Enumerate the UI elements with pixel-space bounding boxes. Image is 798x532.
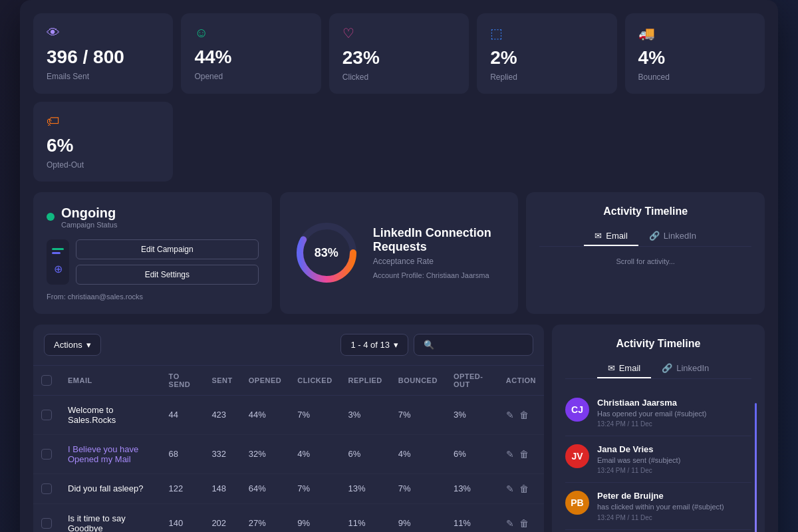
- email-tab-text: Email: [619, 363, 641, 373]
- app-container: 👁 396 / 800 Emails Sent ☺ 44% Opened ♡ 2…: [20, 0, 778, 532]
- row-opened-0: 44%: [241, 395, 289, 434]
- row-checkbox-2[interactable]: [41, 483, 52, 494]
- row-to-send-2: 122: [161, 473, 204, 503]
- row-sent-0: 423: [203, 395, 240, 434]
- row-actions-3: ✎ 🗑: [498, 503, 544, 532]
- avatar-0: CJ: [565, 398, 589, 422]
- pagination-chevron-icon: ▾: [394, 340, 398, 350]
- email-tab-label: Email: [606, 231, 628, 241]
- trash-icon-0[interactable]: 🗑: [519, 410, 529, 420]
- row-clicked-1: 4%: [289, 434, 340, 473]
- th-sent: SENT: [203, 366, 240, 396]
- action-icons-2: ✎ 🗑: [506, 483, 536, 494]
- row-email-3: Is it time to say Goodbye: [60, 503, 161, 532]
- th-opted-out: OPTED-OUT: [446, 366, 498, 396]
- emails-table: EMAIL TO SEND SENT OPENED CLICKED REPLIE…: [33, 366, 544, 532]
- replied-label: Replied: [490, 72, 517, 82]
- activity-desc-2: has clicked within your email (#subject): [597, 502, 751, 512]
- tab-linkedin[interactable]: 🔗 LinkedIn: [638, 227, 707, 246]
- pagination-label: 1 - 4 of 13: [350, 340, 390, 350]
- stat-clicked: ♡ 23% Clicked: [329, 13, 469, 94]
- pagination-control[interactable]: 1 - 4 of 13 ▾: [340, 334, 408, 356]
- tab-linkedin-panel[interactable]: 🔗 LinkedIn: [651, 359, 720, 378]
- edit-icon-2[interactable]: ✎: [506, 483, 514, 494]
- campaign-subtitle: Campaign Status: [61, 221, 117, 229]
- edit-icon-1[interactable]: ✎: [506, 449, 514, 460]
- activity-desc-0: Has opened your email (#subject): [597, 409, 751, 419]
- row-opted-out-3: 11%: [446, 503, 498, 532]
- clicked-value: 23%: [342, 48, 380, 68]
- trash-icon-3[interactable]: 🗑: [519, 518, 529, 529]
- bounced-label: Bounced: [638, 72, 670, 82]
- th-clicked: CLICKED: [289, 366, 340, 396]
- main-area: Actions ▾ 1 - 4 of 13 ▾ 🔍: [33, 325, 765, 532]
- edit-settings-button[interactable]: Edit Settings: [76, 265, 259, 285]
- eye-icon: 👁: [47, 25, 60, 41]
- reply-icon: ⬚: [490, 25, 503, 41]
- row-checkbox-1: [33, 434, 60, 473]
- row-to-send-0: 44: [161, 395, 204, 434]
- trash-icon-2[interactable]: 🗑: [519, 483, 529, 494]
- row-clicked-3: 9%: [289, 503, 340, 532]
- search-icon: 🔍: [424, 340, 434, 350]
- linkedin-tab-text: LinkedIn: [676, 363, 709, 373]
- row-email-1: I Believe you have Opened my Mail: [60, 434, 161, 473]
- search-box[interactable]: 🔍: [414, 334, 533, 356]
- linkedin-tab-label: LinkedIn: [664, 231, 696, 241]
- activity-item-2: PB Peter de Bruijne has clicked within y…: [565, 483, 751, 529]
- timeline-preview: Scroll for activity...: [539, 257, 751, 265]
- activity-time-1: 13:24 PM / 11 Dec: [597, 467, 751, 474]
- th-to-send: TO SEND: [161, 366, 204, 396]
- tab-email-panel[interactable]: ✉ Email: [597, 359, 652, 378]
- activity-panel: Activity Timeline ✉ Email 🔗 LinkedIn CJ …: [552, 325, 765, 532]
- avatar-2: PB: [565, 491, 589, 515]
- emails-sent-label: Emails Sent: [47, 72, 89, 81]
- email-name-0: Welcome to Sales.Rocks: [68, 405, 116, 425]
- linkedin-tab-icon: 🔗: [649, 231, 660, 241]
- th-checkbox: [33, 366, 60, 396]
- row-clicked-0: 7%: [289, 395, 340, 434]
- row-opened-2: 64%: [241, 473, 289, 503]
- email-name-1: I Believe you have Opened my Mail: [68, 444, 138, 464]
- row-opened-3: 27%: [241, 503, 289, 532]
- bar-chart-icon: [52, 248, 64, 257]
- badge-icon: 🏷: [47, 114, 60, 129]
- row-to-send-3: 140: [161, 503, 204, 532]
- donut-chart: 83%: [293, 219, 360, 286]
- row-bounced-2: 7%: [390, 473, 446, 503]
- activity-name-2: Peter de Bruijne: [597, 491, 751, 501]
- row-checkbox-1[interactable]: [41, 449, 52, 460]
- row-checkbox-0: [33, 395, 60, 434]
- replied-value: 2%: [490, 48, 517, 68]
- table-toolbar: Actions ▾ 1 - 4 of 13 ▾ 🔍: [33, 325, 544, 366]
- activity-item-1: JV Jana De Vries Email was sent (#subjec…: [565, 436, 751, 483]
- opted-out-label: Opted-Out: [47, 160, 84, 170]
- table-row: Is it time to say Goodbye 140 202 27% 9%…: [33, 503, 544, 532]
- actions-label: Actions: [54, 340, 82, 350]
- linkedin-icon: 🔗: [662, 363, 672, 373]
- th-bounced: BOUNCED: [390, 366, 446, 396]
- select-all-checkbox[interactable]: [41, 375, 52, 386]
- trash-icon-1[interactable]: 🗑: [519, 449, 529, 460]
- row-replied-3: 11%: [340, 503, 390, 532]
- add-circle-icon: ⊕: [54, 263, 63, 275]
- activity-time-2: 13:24 PM / 11 Dec: [597, 514, 751, 521]
- actions-chevron-icon: ▾: [86, 340, 91, 350]
- activity-item-0: CJ Christiaan Jaarsma Has opened your em…: [565, 390, 751, 436]
- row-checkbox-3[interactable]: [41, 518, 52, 529]
- edit-icon-3[interactable]: ✎: [506, 518, 514, 529]
- activity-timeline-top: Activity Timeline ✉ Email 🔗 LinkedIn Scr…: [526, 192, 765, 314]
- edit-icon-0[interactable]: ✎: [506, 410, 514, 420]
- table-body: Welcome to Sales.Rocks 44 423 44% 7% 3% …: [33, 395, 544, 532]
- th-action: ACTION: [498, 366, 544, 396]
- row-checkbox-3: [33, 503, 60, 532]
- email-icon: ✉: [608, 363, 615, 373]
- smile-icon: ☺: [194, 25, 207, 41]
- edit-campaign-button[interactable]: Edit Campaign: [76, 239, 259, 259]
- linkedin-info: LinkedIn Connection Requests Acceptance …: [373, 226, 505, 279]
- actions-button[interactable]: Actions ▾: [44, 334, 101, 356]
- tab-email[interactable]: ✉ Email: [584, 227, 638, 246]
- linkedin-subtitle: Acceptance Rate: [373, 257, 505, 266]
- row-checkbox-0[interactable]: [41, 410, 52, 420]
- email-name-2: Did you fall asleep?: [68, 483, 143, 493]
